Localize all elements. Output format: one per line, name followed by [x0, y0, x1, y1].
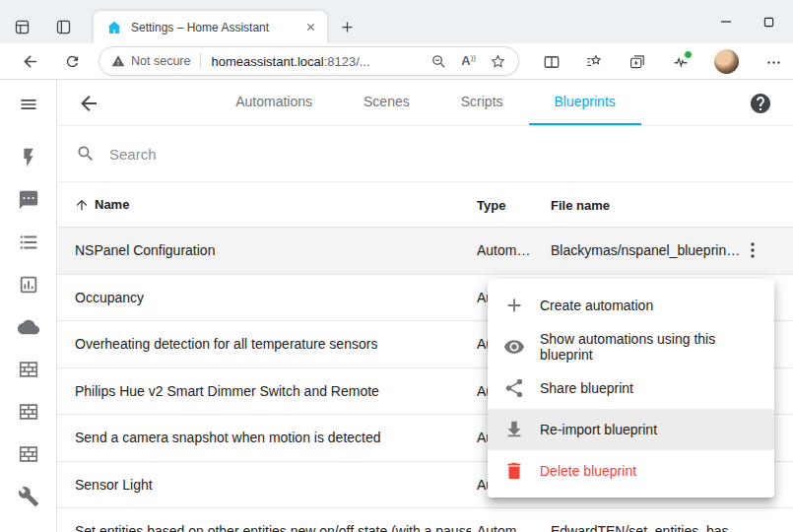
menu-item-delete-blueprint[interactable]: Delete blueprint [488, 450, 774, 492]
wall-icon [18, 401, 39, 423]
refresh-icon [64, 53, 81, 70]
share-icon [503, 377, 525, 399]
browser-essentials-button[interactable] [666, 47, 695, 77]
sidebar-item-lists[interactable] [17, 231, 40, 254]
search-bar [58, 126, 793, 182]
window-maximize-button[interactable] [753, 7, 784, 36]
url-path: :8123/... [324, 54, 370, 69]
tab-actions-button[interactable] [49, 13, 77, 40]
sidebar-item-wall-2[interactable] [17, 400, 40, 424]
window-minimize-button[interactable] [710, 7, 742, 36]
sidebar-item-assist[interactable] [17, 188, 40, 212]
sidebar-item-cloud[interactable] [17, 315, 40, 339]
tab-label: Automations [235, 94, 312, 109]
menu-item-reimport-blueprint[interactable]: Re-import blueprint [488, 409, 774, 450]
row-name: Occupancy [75, 290, 144, 305]
sidebar-item-history[interactable] [17, 273, 40, 297]
tab-label: Scripts [461, 94, 503, 109]
browser-menu-button[interactable] [759, 47, 788, 77]
collections-icon [628, 53, 646, 71]
browser-essentials-icon [672, 53, 690, 71]
tab-scenes[interactable]: Scenes [338, 80, 435, 125]
search-input[interactable] [109, 146, 793, 163]
tab-blueprints[interactable]: Blueprints [529, 80, 641, 125]
new-tab-button[interactable] [333, 13, 361, 40]
menu-item-label: Create automation [540, 298, 653, 313]
read-aloud-icon: A)) [461, 53, 476, 68]
browser-refresh-button[interactable] [58, 47, 87, 76]
arrow-left-icon [77, 92, 100, 115]
more-icon [765, 54, 782, 71]
row-name: Overheating detection for all temperatur… [75, 336, 377, 352]
split-screen-icon [543, 53, 561, 71]
energy-icon [18, 147, 39, 168]
column-header-type[interactable]: Type [477, 197, 505, 212]
site-security-chip[interactable]: Not secure [111, 54, 190, 68]
profile-avatar[interactable] [714, 49, 739, 74]
minimize-icon [720, 16, 732, 28]
sidebar-item-wall-1[interactable] [17, 358, 40, 381]
read-aloud-button[interactable]: A)) [461, 53, 476, 68]
menu-icon [19, 95, 38, 114]
tab-close-button[interactable] [301, 19, 319, 36]
cloud-icon [18, 316, 39, 338]
table-header: Name Type File name [58, 182, 793, 228]
essentials-status-dot [684, 50, 693, 59]
browser-tab[interactable]: Settings – Home Assistant [94, 11, 327, 43]
menu-item-label: Delete blueprint [540, 463, 636, 479]
tab-label: Scenes [363, 94, 410, 109]
eye-icon [503, 336, 525, 358]
favorite-star-button[interactable] [490, 53, 506, 70]
workspaces-icon [14, 19, 31, 35]
split-screen-button[interactable] [537, 47, 566, 77]
tab-automations[interactable]: Automations [210, 80, 338, 125]
blueprint-context-menu: Create automation Show automations using… [488, 279, 774, 498]
ha-back-button[interactable] [77, 92, 100, 115]
history-icon [18, 274, 39, 296]
download-icon [503, 419, 525, 440]
column-header-file[interactable]: File name [551, 197, 610, 212]
tab-label: Blueprints [555, 94, 616, 109]
zoom-out-icon [430, 53, 447, 70]
menu-item-label: Show automations using this blueprint [540, 331, 759, 363]
browser-back-button[interactable] [16, 47, 44, 76]
sidebar-item-wall-3[interactable] [17, 442, 40, 466]
menu-item-create-automation[interactable]: Create automation [488, 285, 774, 326]
collections-button[interactable] [623, 47, 652, 77]
wrench-icon [18, 486, 39, 507]
menu-item-label: Re-import blueprint [540, 422, 657, 437]
column-header-name[interactable]: Name [74, 197, 129, 213]
row-name: Sensor Light [75, 477, 153, 493]
table-row[interactable]: Set entities based on other entities new… [58, 508, 793, 532]
row-name: Set entities based on other entities new… [75, 523, 471, 532]
address-bar[interactable]: Not secure homeassistant.local:8123/... … [99, 46, 519, 76]
favorites-hub-icon [585, 53, 603, 71]
row-file: Blackymas/nspanel_blueprin… [551, 242, 740, 258]
dots-vertical-icon [742, 239, 765, 261]
wall-icon [18, 359, 39, 380]
help-button[interactable] [749, 92, 772, 115]
vertical-tabs-icon [55, 19, 72, 35]
new-tab-icon [340, 20, 355, 34]
menu-item-share-blueprint[interactable]: Share blueprint [488, 367, 774, 409]
sidebar-item-tools[interactable] [17, 485, 40, 508]
menu-item-label: Share blueprint [540, 380, 633, 396]
sidebar-item-energy[interactable] [17, 146, 40, 169]
row-file: EdwardTEN/set_entities_bas… [551, 523, 743, 532]
sidebar-rail [0, 80, 57, 532]
zoom-out-indicator-button[interactable] [430, 53, 447, 70]
assist-icon [18, 189, 39, 211]
column-label: Name [95, 197, 129, 212]
sidebar-menu-button[interactable] [17, 93, 40, 116]
browser-toolbar: Not secure homeassistant.local:8123/... … [0, 43, 793, 80]
table-row[interactable]: NSPanel Configuration Autom… Blackymas/n… [58, 228, 793, 275]
row-overflow-menu-button[interactable] [742, 238, 765, 262]
menu-item-show-automations[interactable]: Show automations using this blueprint [488, 326, 774, 367]
workspaces-button[interactable] [8, 13, 35, 40]
row-name: Send a camera snapshot when motion is de… [75, 430, 381, 445]
row-name: Philips Hue v2 Smart Dimmer Switch and R… [75, 383, 379, 399]
close-icon [305, 22, 316, 33]
tab-scripts[interactable]: Scripts [435, 80, 529, 125]
url-host: homeassistant.local [211, 54, 323, 69]
favorites-button[interactable] [579, 47, 609, 77]
